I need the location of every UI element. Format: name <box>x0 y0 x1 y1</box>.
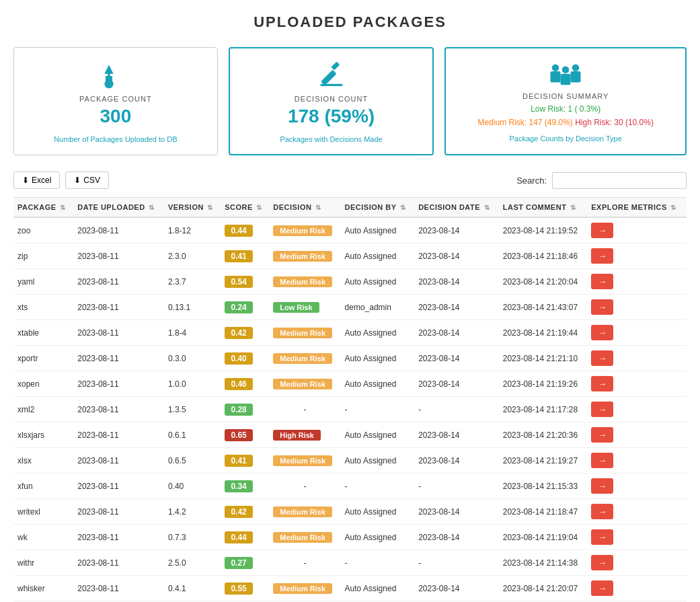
version: 0.3.0 <box>164 346 221 371</box>
explore-button[interactable]: → <box>591 350 613 366</box>
explore-button[interactable]: → <box>591 248 613 264</box>
explore-button[interactable]: → <box>591 580 613 596</box>
explore-button[interactable]: → <box>591 325 613 340</box>
date-uploaded: 2023-08-11 <box>73 320 164 346</box>
explore-button[interactable]: → <box>591 453 613 468</box>
package-name: wk <box>13 525 73 550</box>
decision-date: 2023-08-14 <box>414 269 499 295</box>
table-row: xtable 2023-08-11 1.8-4 0.42 Medium Risk… <box>13 320 687 346</box>
decision-cell: Medium Risk <box>269 576 340 601</box>
version: 2.5.0 <box>164 550 221 576</box>
decision-count-subtext: Packages with Decisions Made <box>280 135 382 143</box>
download-csv-icon: ⬇ <box>74 176 81 185</box>
decision-by: demo_admin <box>341 295 415 320</box>
date-uploaded: 2023-08-11 <box>73 448 164 474</box>
last-comment: 2023-08-14 21:19:52 <box>499 217 587 243</box>
decision-by: Auto Assigned <box>341 371 415 397</box>
explore-metrics-cell: → <box>587 397 687 422</box>
decision-badge: Medium Risk <box>273 225 332 236</box>
explore-metrics-cell: → <box>587 550 687 576</box>
explore-button[interactable]: → <box>591 274 613 289</box>
last-comment: 2023-08-14 21:20:04 <box>499 269 587 295</box>
decision-date: 2023-08-14 <box>414 346 499 371</box>
date-uploaded: 2023-08-11 <box>73 346 164 371</box>
explore-button[interactable]: → <box>591 529 613 545</box>
score-badge: 0.55 <box>225 582 253 595</box>
svg-rect-4 <box>331 62 340 71</box>
decision-summary-label: DECISION SUMMARY <box>522 92 609 100</box>
last-comment: 2023-08-14 21:43:07 <box>499 295 587 320</box>
score-badge: 0.24 <box>225 301 253 313</box>
last-comment: 2023-08-14 21:19:44 <box>499 320 587 346</box>
decision-cell: Medium Risk <box>269 448 340 474</box>
table-header-row: PACKAGE ⇅ DATE UPLOADED ⇅ VERSION ⇅ SCOR… <box>13 198 687 218</box>
decision-by: - <box>341 397 415 422</box>
decision-by: Auto Assigned <box>341 320 415 346</box>
last-comment: 2023-08-14 21:19:04 <box>499 525 587 550</box>
explore-button[interactable]: → <box>591 555 613 570</box>
col-date-uploaded: DATE UPLOADED ⇅ <box>73 198 164 218</box>
excel-button[interactable]: ⬇ Excel <box>13 172 60 189</box>
decision-cell: Medium Risk <box>269 525 340 550</box>
score-cell: 0.54 <box>221 269 269 295</box>
version: 1.4.2 <box>164 499 221 525</box>
decision-date: 2023-08-14 <box>414 371 499 397</box>
explore-button[interactable]: → <box>591 376 613 391</box>
score-badge: 0.44 <box>225 531 253 543</box>
decision-summary-footer: Package Counts by Decision Type <box>510 135 622 143</box>
explore-metrics-cell: → <box>587 499 687 525</box>
package-name: xopen <box>13 371 73 397</box>
score-badge: 0.42 <box>225 506 253 518</box>
svg-rect-10 <box>561 74 571 85</box>
table-row: withr 2023-08-11 2.5.0 0.27 - - - 2023-0… <box>13 550 687 576</box>
explore-metrics-cell: → <box>587 346 687 371</box>
date-uploaded: 2023-08-11 <box>73 576 164 601</box>
package-name: xportr <box>13 346 73 371</box>
version: 0.4.1 <box>164 576 221 601</box>
last-comment: 2023-08-14 21:20:07 <box>499 576 587 601</box>
decision-cell: - <box>269 550 340 576</box>
search-input[interactable] <box>552 172 687 189</box>
score-cell: 0.44 <box>221 525 269 550</box>
package-count-label: PACKAGE COUNT <box>79 95 152 103</box>
decision-cell: Medium Risk <box>269 320 340 346</box>
explore-button[interactable]: → <box>591 478 613 494</box>
decision-date: 2023-08-14 <box>414 499 499 525</box>
decision-badge: Medium Risk <box>273 353 332 364</box>
explore-button[interactable]: → <box>591 402 613 417</box>
search-label: Search: <box>516 176 547 186</box>
decision-cell: Medium Risk <box>269 346 340 371</box>
score-cell: 0.65 <box>221 422 269 448</box>
package-name: xtable <box>13 320 73 346</box>
toolbar: ⬇ Excel ⬇ CSV Search: <box>13 172 687 189</box>
decision-badge: Low Risk <box>273 302 319 313</box>
csv-button[interactable]: ⬇ CSV <box>65 172 109 189</box>
high-risk-summary: High Risk: 30 (10.0%) <box>575 118 654 127</box>
explore-button[interactable]: → <box>591 427 613 443</box>
explore-button[interactable]: → <box>591 504 613 519</box>
decision-date: 2023-08-14 <box>414 576 499 601</box>
score-badge: 0.54 <box>225 276 253 288</box>
version: 1.0.0 <box>164 371 221 397</box>
package-name: zoo <box>13 217 73 243</box>
last-comment: 2023-08-14 21:20:36 <box>499 422 587 448</box>
package-name: xlsxjars <box>13 422 73 448</box>
decision-date: 2023-08-14 <box>414 217 499 243</box>
score-badge: 0.28 <box>225 404 253 416</box>
package-name: withr <box>13 550 73 576</box>
score-badge: 0.40 <box>225 352 253 365</box>
col-score: SCORE ⇅ <box>221 198 269 218</box>
version: 1.8-12 <box>164 217 221 243</box>
package-name: xml2 <box>13 397 73 422</box>
version: 1.8-4 <box>164 320 221 346</box>
download-icon: ⬇ <box>22 176 29 185</box>
decision-cell: - <box>269 397 340 422</box>
explore-button[interactable]: → <box>591 299 613 315</box>
decision-by: Auto Assigned <box>341 346 415 371</box>
explore-button[interactable]: → <box>591 223 613 238</box>
decision-cell: Medium Risk <box>269 243 340 269</box>
score-badge: 0.27 <box>225 557 253 569</box>
score-cell: 0.55 <box>221 576 269 601</box>
table-row: zoo 2023-08-11 1.8-12 0.44 Medium Risk A… <box>13 217 687 243</box>
decision-badge: Medium Risk <box>273 328 332 338</box>
